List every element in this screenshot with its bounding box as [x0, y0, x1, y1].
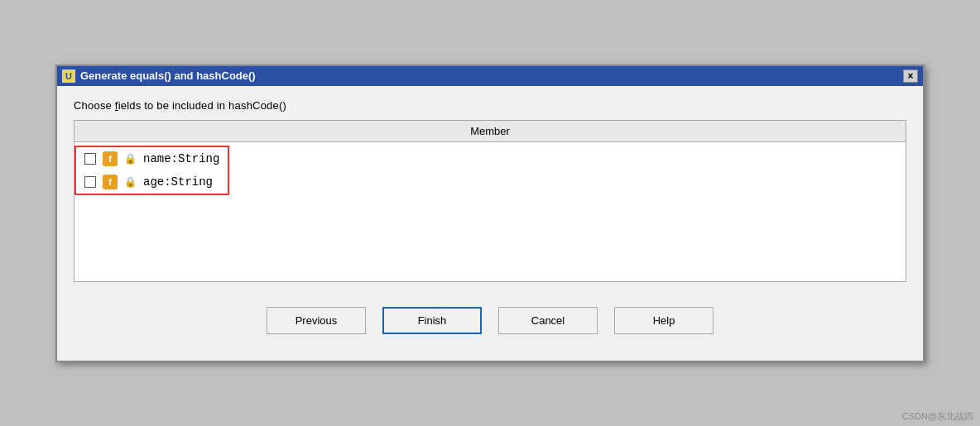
row-checkbox-name[interactable] [84, 153, 96, 165]
section-label: Choose fields to be included in hashCode… [74, 99, 906, 112]
underlined-char: f [115, 99, 118, 112]
table-row: f 🔒 name:String [76, 147, 228, 170]
table-header: Member [74, 121, 906, 142]
cancel-button[interactable]: Cancel [498, 307, 598, 334]
field-label-name: name:String [143, 152, 219, 165]
dialog-icon: U [62, 69, 75, 83]
field-type-icon-name: f [103, 151, 118, 166]
dialog-body: Choose fields to be included in hashCode… [57, 86, 923, 361]
row-checkbox-age[interactable] [84, 176, 96, 188]
title-bar-left: U Generate equals() and hashCode() [62, 69, 256, 83]
previous-button[interactable]: Previous [267, 307, 366, 334]
lock-icon-age: 🔒 [124, 176, 137, 188]
watermark: CSDN@东北战四 [902, 410, 973, 423]
close-button[interactable]: × [903, 69, 918, 83]
lock-icon-name: 🔒 [124, 153, 137, 165]
table-body: f 🔒 name:String f 🔒 age:String [74, 142, 906, 281]
empty-area [74, 199, 906, 281]
field-label-age: age:String [143, 175, 213, 189]
help-button[interactable]: Help [614, 307, 713, 334]
highlighted-rows: f 🔒 name:String f 🔒 age:String [74, 146, 229, 195]
field-type-icon-age: f [103, 175, 118, 189]
button-row: Previous Finish Cancel Help [74, 297, 906, 347]
table-row: f 🔒 age:String [76, 170, 228, 194]
member-table: Member f 🔒 name:String f 🔒 age:String [74, 120, 906, 282]
title-bar: U Generate equals() and hashCode() × [57, 66, 923, 86]
dialog-title: Generate equals() and hashCode() [80, 69, 256, 82]
finish-button[interactable]: Finish [382, 307, 482, 334]
dialog: U Generate equals() and hashCode() × Cho… [55, 65, 925, 362]
